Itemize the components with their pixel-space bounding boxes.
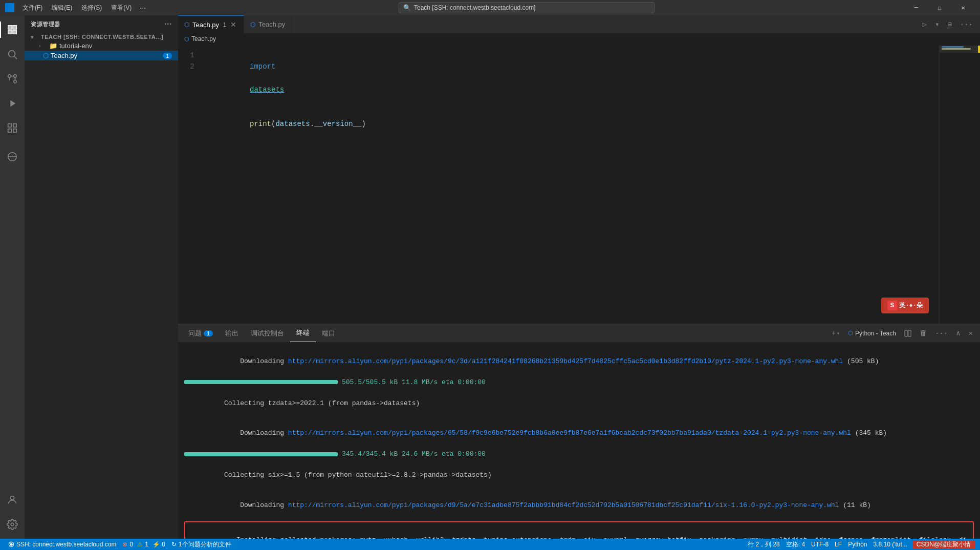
titlebar-center: 🔍 Teach [SSH: connect.westb.seetacloud.c… — [149, 2, 904, 13]
space — [250, 74, 254, 82]
spaces-text: 空格: 4 — [786, 540, 805, 549]
status-errors[interactable]: ⊗ 0 ⚠ 1 ⚡ 0 — [119, 541, 168, 548]
python-tab-icon2: ⬡ — [250, 21, 255, 28]
svg-rect-10 — [13, 124, 16, 127]
panel-tab-problems[interactable]: 问题 1 — [182, 324, 219, 342]
new-terminal-button[interactable]: + ▾ — [829, 327, 843, 340]
python-breadcrumb-icon: ⬡ — [184, 36, 189, 43]
sidebar-more-button[interactable]: ··· — [164, 19, 172, 29]
menu-view[interactable]: 查看(V) — [107, 3, 136, 13]
problems-label: 问题 — [188, 329, 202, 338]
search-icon: 🔍 — [403, 4, 411, 11]
mm-line-1 — [942, 46, 964, 48]
svg-rect-11 — [8, 129, 11, 132]
status-spaces[interactable]: 空格: 4 — [783, 540, 808, 549]
tree-item-teach-py[interactable]: ⬡ Teach.py 1 — [25, 51, 178, 60]
folder-label: tutorial-env — [59, 42, 92, 50]
menu-edit[interactable]: 编辑(E) — [48, 3, 76, 13]
activity-remote[interactable] — [0, 144, 25, 169]
vscode-logo-icon — [5, 3, 14, 12]
tab-close-button[interactable]: ✕ — [229, 19, 237, 30]
tree-root[interactable]: ▾ TEACH [SSH: CONNECT.WESTB.SEETA...] — [25, 33, 178, 41]
mm-line-2 — [942, 48, 971, 50]
panel-tab-output[interactable]: 输出 — [219, 324, 245, 342]
python-file-icon: ⬡ — [43, 52, 49, 59]
panel-tab-terminal[interactable]: 终端 — [290, 324, 316, 342]
status-analysis[interactable]: ↻ 1个问题分析的文件 — [168, 540, 234, 549]
status-remote[interactable]: SSH: connect.westb.seetacloud.com — [5, 541, 119, 548]
tab-label2: Teach.py — [258, 20, 285, 28]
panel-tab-ports[interactable]: 端口 — [316, 324, 341, 342]
panel-more-button[interactable]: ··· — [932, 327, 951, 340]
menu-more[interactable]: ··· — [137, 3, 149, 13]
download-url-1: http://mirrors.aliyun.com/pypi/packages/… — [288, 357, 843, 365]
tab-bar: ⬡ Teach.py 1 ✕ ⬡ Teach.py ▷ ▾ ⊟ ··· — [178, 15, 980, 33]
dropdown-icon: ▾ — [837, 330, 840, 336]
keyword-import: import — [250, 62, 275, 71]
minimap-lines — [940, 45, 980, 51]
split-panel-button[interactable] — [901, 328, 914, 339]
panel-icon-terminal-instance[interactable]: ⬡ Python - Teach — [845, 328, 899, 339]
terminal[interactable]: Downloading http://mirrors.aliyun.com/py… — [178, 342, 980, 539]
maximize-panel-button[interactable]: ∧ — [953, 327, 963, 340]
tab-modified-dot: 1 — [223, 22, 226, 28]
status-csdn[interactable]: CSDN@端庄聚小情 — [912, 540, 975, 549]
status-language[interactable]: Python — [845, 541, 870, 548]
status-bar: SSH: connect.westb.seetacloud.com ⊗ 0 ⚠ … — [0, 539, 980, 550]
menu-select[interactable]: 选择(S) — [77, 3, 106, 13]
debug-label: 调试控制台 — [251, 329, 284, 338]
func-print: print — [250, 120, 271, 128]
line-num-1: 1 — [178, 50, 194, 61]
status-python-version[interactable]: 3.8.10 ('tut... — [870, 541, 910, 548]
activity-account[interactable] — [0, 488, 25, 512]
code-content[interactable]: import datasets print(datasets.__version… — [199, 45, 939, 324]
split-editor-button[interactable]: ⊟ — [944, 18, 954, 31]
tab-teach-py[interactable]: ⬡ Teach.py 1 ✕ — [178, 15, 244, 33]
activity-explorer[interactable] — [0, 17, 25, 42]
more-button[interactable]: ··· — [957, 18, 976, 31]
problems-badge: 1 — [204, 330, 213, 336]
minimize-button[interactable]: — — [904, 0, 928, 15]
plus-icon: + — [832, 329, 836, 337]
csdn-status-text: CSDN@端庄聚小情 — [917, 540, 971, 549]
terminal-line-2: Collecting tzdata>=2022.1 (from pandas->… — [184, 388, 974, 418]
chevron-down-icon: ▾ — [31, 34, 39, 40]
activity-search[interactable] — [0, 42, 25, 67]
terminal-line-6: Installing collected packages: pytz, xxh… — [188, 525, 970, 539]
progress-fill-2 — [184, 452, 338, 456]
kill-terminal-button[interactable] — [917, 328, 930, 339]
line-ending-text: LF — [835, 541, 842, 548]
close-button[interactable]: ✕ — [951, 0, 975, 15]
status-line-ending[interactable]: LF — [832, 541, 845, 548]
warning-count: 1 — [145, 541, 148, 548]
panel-tab-debug[interactable]: 调试控制台 — [245, 324, 290, 342]
csdn-overlay: S 英·♦·朵 — [881, 298, 929, 313]
activity-settings[interactable] — [0, 512, 25, 537]
window-controls: — ☐ ✕ — [904, 0, 975, 15]
activity-extensions[interactable] — [0, 116, 25, 140]
tab-label: Teach.py — [192, 21, 219, 29]
status-row-col[interactable]: 行 2，列 28 — [745, 540, 783, 549]
tab-teach-py-inactive[interactable]: ⬡ Teach.py — [244, 15, 292, 33]
status-remote-text: SSH: connect.westb.seetacloud.com — [16, 541, 116, 548]
attr-version: __version__ — [314, 120, 361, 128]
run-dropdown[interactable]: ▾ — [932, 18, 942, 31]
sidebar: 资源管理器 ··· ▾ TEACH [SSH: CONNECT.WESTB.SE… — [25, 15, 178, 539]
activity-run-debug[interactable] — [0, 91, 25, 116]
download-url-3: http://mirrors.aliyun.com/pypi/packages/… — [288, 501, 839, 509]
main-layout: 资源管理器 ··· ▾ TEACH [SSH: CONNECT.WESTB.SE… — [0, 15, 980, 539]
minimap — [939, 45, 980, 324]
svg-point-7 — [14, 80, 17, 83]
code-editor[interactable]: 1 2 import datasets print(datasets.__ver… — [178, 45, 980, 324]
menu-file[interactable]: 文件(F) — [18, 3, 47, 13]
activity-source-control[interactable] — [0, 67, 25, 91]
tree-item-tutorial-env[interactable]: › 📁 tutorial-env — [25, 41, 178, 51]
maximize-button[interactable]: ☐ — [928, 0, 951, 15]
run-button[interactable]: ▷ — [919, 18, 929, 31]
encoding-text: UTF-8 — [811, 541, 829, 548]
command-palette[interactable]: 🔍 Teach [SSH: connect.westb.seetacloud.c… — [399, 2, 655, 13]
close-panel-button[interactable]: ✕ — [966, 327, 976, 340]
chevron-right-icon: › — [39, 43, 47, 49]
status-encoding[interactable]: UTF-8 — [808, 541, 832, 548]
svg-point-6 — [8, 75, 11, 78]
